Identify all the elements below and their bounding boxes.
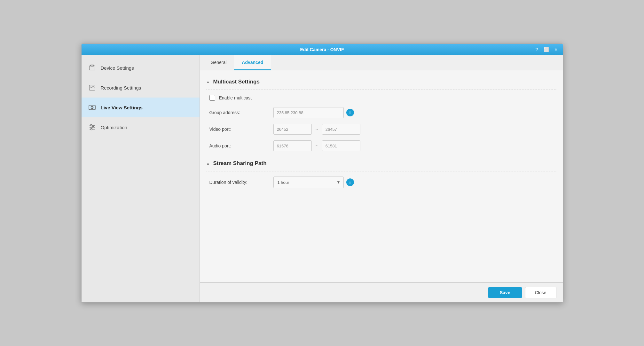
tab-general[interactable]: General	[203, 55, 234, 70]
video-port-to-input[interactable]	[322, 124, 360, 135]
group-address-row: Group address: i	[206, 107, 556, 118]
tab-advanced[interactable]: Advanced	[234, 55, 271, 70]
device-settings-icon	[88, 64, 96, 72]
titlebar: Edit Camera - ONVIF ? ⬜ ✕	[82, 44, 563, 55]
group-address-input[interactable]	[273, 107, 344, 118]
video-port-from-input[interactable]	[273, 124, 312, 135]
duration-controls: 1 hour 2 hours 4 hours 8 hours 24 hours …	[273, 177, 354, 188]
sidebar-item-device-settings[interactable]: Device Settings	[82, 58, 200, 78]
stream-section: ▲ Stream Sharing Path Duration of validi…	[206, 157, 556, 188]
stream-section-header: ▲ Stream Sharing Path	[206, 157, 556, 170]
window-controls: ? ⬜ ✕	[533, 46, 560, 53]
duration-select-wrapper: 1 hour 2 hours 4 hours 8 hours 24 hours …	[273, 177, 344, 188]
enable-multicast-checkbox[interactable]	[209, 95, 215, 101]
maximize-button[interactable]: ⬜	[543, 46, 550, 53]
multicast-divider	[206, 90, 556, 90]
bottom-bar: Save Close	[200, 282, 563, 302]
sidebar-label-device-settings: Device Settings	[101, 65, 134, 71]
group-address-label: Group address:	[209, 110, 273, 115]
sidebar-item-live-view-settings[interactable]: Live View Settings	[82, 98, 200, 117]
audio-port-from-input[interactable]	[273, 140, 312, 151]
optimization-icon	[88, 123, 96, 131]
sidebar: Device Settings Recording Settings	[82, 55, 200, 302]
enable-multicast-label: Enable multicast	[219, 95, 252, 100]
svg-rect-1	[90, 65, 94, 66]
svg-rect-0	[89, 66, 95, 70]
sidebar-label-recording-settings: Recording Settings	[101, 85, 141, 90]
main-window: Edit Camera - ONVIF ? ⬜ ✕ Device Setting…	[81, 43, 563, 303]
tabs-bar: General Advanced	[200, 55, 563, 70]
duration-label: Duration of validity:	[209, 180, 273, 185]
main-panel: General Advanced ▲ Multicast Settings	[200, 55, 563, 302]
sidebar-item-optimization[interactable]: Optimization	[82, 117, 200, 137]
duration-info-icon[interactable]: i	[346, 178, 354, 186]
audio-port-row: Audio port: ~	[206, 140, 556, 151]
svg-point-9	[90, 125, 92, 126]
help-button[interactable]: ?	[533, 46, 540, 53]
multicast-section: ▲ Multicast Settings Enable multicast Gr…	[206, 75, 556, 151]
multicast-section-title: Multicast Settings	[213, 79, 259, 85]
stream-collapse-icon[interactable]: ▲	[206, 161, 210, 166]
enable-multicast-row: Enable multicast	[206, 95, 556, 101]
sidebar-item-recording-settings[interactable]: Recording Settings	[82, 78, 200, 98]
recording-settings-icon	[88, 83, 96, 92]
audio-port-label: Audio port:	[209, 143, 273, 148]
audio-port-separator: ~	[314, 143, 319, 148]
live-view-settings-icon	[88, 103, 96, 112]
multicast-collapse-icon[interactable]: ▲	[206, 80, 210, 84]
save-button[interactable]: Save	[488, 287, 522, 298]
stream-section-title: Stream Sharing Path	[213, 160, 266, 167]
audio-port-controls: ~	[273, 140, 360, 151]
content-area: Device Settings Recording Settings	[82, 55, 563, 302]
sidebar-label-live-view-settings: Live View Settings	[101, 105, 143, 110]
video-port-row: Video port: ~	[206, 124, 556, 135]
close-button[interactable]: Close	[525, 287, 556, 298]
group-address-controls: i	[273, 107, 354, 118]
duration-select[interactable]: 1 hour 2 hours 4 hours 8 hours 24 hours …	[273, 177, 344, 188]
video-port-separator: ~	[314, 127, 319, 132]
audio-port-to-input[interactable]	[322, 140, 360, 151]
stream-divider	[206, 171, 556, 171]
video-port-label: Video port:	[209, 127, 273, 132]
svg-point-5	[91, 107, 92, 108]
duration-row: Duration of validity: 1 hour 2 hours 4 h…	[206, 177, 556, 188]
window-title: Edit Camera - ONVIF	[300, 47, 344, 52]
svg-point-11	[90, 129, 92, 130]
close-window-button[interactable]: ✕	[553, 46, 560, 53]
sidebar-label-optimization: Optimization	[101, 125, 127, 130]
group-address-info-icon[interactable]: i	[346, 109, 354, 116]
svg-point-10	[92, 127, 94, 128]
multicast-section-header: ▲ Multicast Settings	[206, 75, 556, 88]
main-content: ▲ Multicast Settings Enable multicast Gr…	[200, 70, 563, 282]
video-port-controls: ~	[273, 124, 360, 135]
